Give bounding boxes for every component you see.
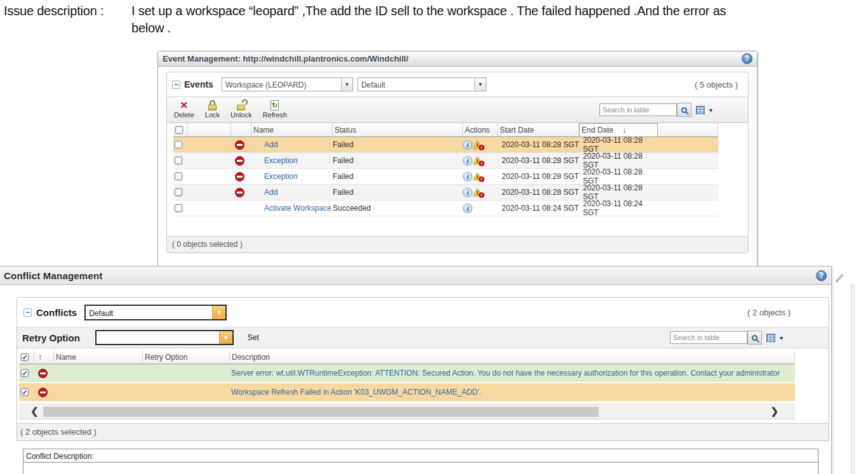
column-header-start-date[interactable]: Start Date bbox=[498, 123, 579, 137]
column-header-actions[interactable]: Actions bbox=[463, 123, 498, 137]
column-header-status[interactable]: Status bbox=[333, 123, 463, 137]
row-checkbox[interactable] bbox=[175, 141, 182, 148]
info-icon[interactable]: i bbox=[463, 172, 472, 181]
table-row[interactable]: Exception Failed i !! 2020-03-11 08:28 S… bbox=[173, 169, 718, 185]
event-name-link[interactable]: Exception bbox=[264, 156, 298, 165]
unlock-button[interactable]: Unlock bbox=[229, 100, 254, 119]
events-panel-title: Events bbox=[184, 79, 213, 89]
view-dropdown[interactable]: Default ▾ bbox=[357, 77, 486, 91]
scrollbar-thumb[interactable] bbox=[43, 407, 599, 417]
conflicts-table-header: ✓ ↑ Name Retry Option Description bbox=[19, 350, 795, 364]
conflict-row[interactable]: ✓ Workspace Refresh Failed in Action 'K0… bbox=[19, 383, 795, 401]
info-icon[interactable]: i bbox=[463, 156, 472, 166]
event-name-link[interactable]: Exception bbox=[264, 172, 298, 181]
events-object-count: ( 5 objects ) bbox=[695, 80, 738, 89]
row-checkbox[interactable] bbox=[175, 157, 182, 164]
table-views-caret-icon[interactable]: ▾ bbox=[709, 107, 712, 114]
table-views-icon[interactable] bbox=[766, 334, 775, 342]
warning-icon[interactable]: !! bbox=[473, 140, 484, 150]
help-icon[interactable]: ? bbox=[742, 53, 752, 64]
retry-option-value bbox=[97, 331, 219, 344]
chevron-down-icon[interactable]: ▾ bbox=[474, 78, 486, 91]
search-button[interactable] bbox=[677, 103, 691, 117]
status-cell: Failed bbox=[333, 172, 463, 181]
lock-icon bbox=[208, 100, 217, 110]
row-checkbox[interactable] bbox=[175, 204, 182, 212]
select-all-checkbox[interactable] bbox=[175, 126, 183, 134]
row-checkbox[interactable]: ✓ bbox=[21, 388, 29, 396]
warning-icon[interactable]: !! bbox=[473, 172, 484, 181]
event-name-link[interactable]: Add bbox=[264, 188, 277, 197]
conflicts-view-dropdown-value: Default bbox=[86, 306, 212, 319]
end-date-cell: 2020-03-11 08:28 SGT bbox=[579, 168, 658, 185]
help-icon[interactable]: ? bbox=[816, 270, 827, 281]
table-views-caret-icon[interactable]: ▾ bbox=[780, 334, 783, 341]
delete-button-label: Delete bbox=[174, 111, 194, 119]
refresh-button[interactable]: ↻ Refresh bbox=[261, 100, 290, 119]
row-checkbox[interactable] bbox=[175, 173, 182, 180]
delete-button[interactable]: ✕ Delete bbox=[172, 100, 196, 119]
collapse-icon[interactable]: − bbox=[23, 308, 32, 317]
collapse-icon[interactable]: − bbox=[172, 81, 180, 89]
check-icon: ✓ bbox=[22, 389, 28, 395]
table-row[interactable]: Add Failed i !! 2020-03-11 08:28 SGT 202… bbox=[173, 137, 718, 153]
column-header-name[interactable]: Name bbox=[251, 123, 333, 137]
chevron-down-icon[interactable]: ▾ bbox=[219, 331, 232, 344]
end-date-cell: 2020-03-11 08:28 SGT bbox=[579, 152, 658, 169]
table-row[interactable]: Activate Workspace Succeeded i 2020-03-1… bbox=[173, 201, 718, 216]
events-table: Name Status Actions Start Date End Date↓… bbox=[173, 123, 718, 216]
chevron-down-icon[interactable]: ▾ bbox=[341, 78, 352, 91]
lock-button-label: Lock bbox=[205, 111, 220, 119]
column-header-retry-option[interactable]: Retry Option bbox=[143, 350, 230, 364]
workspace-dropdown[interactable]: Workspace (LEOPARD) ▾ bbox=[222, 77, 353, 91]
event-name-link[interactable]: Add bbox=[264, 140, 277, 149]
page-scrollbar[interactable] bbox=[851, 284, 855, 474]
scroll-left-icon[interactable]: ❮ bbox=[30, 405, 39, 417]
start-date-cell: 2020-03-11 08:24 SGT bbox=[498, 204, 579, 213]
row-checkbox[interactable] bbox=[175, 188, 182, 196]
search-icon bbox=[681, 107, 687, 113]
no-entry-icon bbox=[38, 369, 48, 378]
search-input[interactable] bbox=[599, 103, 677, 116]
table-row[interactable]: Add Failed i !! 2020-03-11 08:28 SGT 202… bbox=[173, 185, 718, 201]
table-search: ▾ bbox=[670, 331, 783, 345]
conflict-window-titlebar: Conflict Management ? bbox=[0, 267, 831, 285]
retry-option-dropdown[interactable]: ▾ bbox=[95, 330, 234, 345]
window-resize-grip[interactable] bbox=[836, 274, 844, 283]
info-icon[interactable]: i bbox=[463, 204, 472, 213]
retry-option-label: Retry Option bbox=[22, 332, 80, 343]
events-panel-header: − Events Workspace (LEOPARD) ▾ Default ▾… bbox=[167, 72, 748, 96]
status-cell: Failed bbox=[333, 140, 463, 149]
column-header-end-date[interactable]: End Date↓ bbox=[579, 123, 658, 137]
lock-button[interactable]: Lock bbox=[203, 100, 222, 119]
events-table-header: Name Status Actions Start Date End Date↓ bbox=[173, 123, 718, 137]
table-row[interactable]: Exception Failed i !! 2020-03-11 08:28 S… bbox=[173, 153, 718, 169]
event-name-link[interactable]: Activate Workspace bbox=[264, 204, 331, 213]
chevron-down-icon[interactable]: ▾ bbox=[212, 306, 225, 319]
search-button[interactable] bbox=[747, 331, 762, 345]
conflict-row[interactable]: ✓ Server error: wt.util.WTRuntimeExcepti… bbox=[19, 364, 795, 382]
no-entry-icon bbox=[38, 388, 48, 397]
info-icon[interactable]: i bbox=[463, 140, 472, 150]
row-checkbox[interactable]: ✓ bbox=[21, 369, 29, 377]
horizontal-scrollbar[interactable]: ❮ ❯ bbox=[19, 404, 795, 419]
set-button[interactable]: Set bbox=[248, 333, 259, 342]
column-header-description[interactable]: Description bbox=[230, 350, 795, 364]
conflicts-panel-header: − Conflicts Default ▾ ( 2 objects ) bbox=[17, 298, 829, 327]
scroll-right-icon[interactable]: ❯ bbox=[770, 405, 778, 417]
issue-text-line1: I set up a workspace “leopard” ,The add … bbox=[131, 3, 726, 20]
no-entry-icon bbox=[235, 172, 244, 181]
select-all-checkbox[interactable]: ✓ bbox=[21, 353, 29, 361]
issue-label: Issue description : bbox=[4, 3, 131, 37]
sort-descending-icon: ↓ bbox=[622, 126, 626, 135]
search-input[interactable] bbox=[670, 331, 747, 344]
events-selection-count: ( 0 objects selected ) bbox=[167, 236, 748, 253]
conflicts-object-count: ( 2 objects ) bbox=[747, 308, 791, 317]
warning-icon[interactable]: !! bbox=[473, 156, 484, 166]
table-views-icon[interactable] bbox=[696, 106, 705, 114]
column-header-name[interactable]: Name bbox=[54, 350, 143, 364]
conflicts-view-dropdown[interactable]: Default ▾ bbox=[84, 305, 227, 320]
warning-icon[interactable]: !! bbox=[473, 188, 484, 197]
column-header-sort[interactable]: ↑ bbox=[34, 350, 54, 364]
info-icon[interactable]: i bbox=[463, 188, 472, 197]
